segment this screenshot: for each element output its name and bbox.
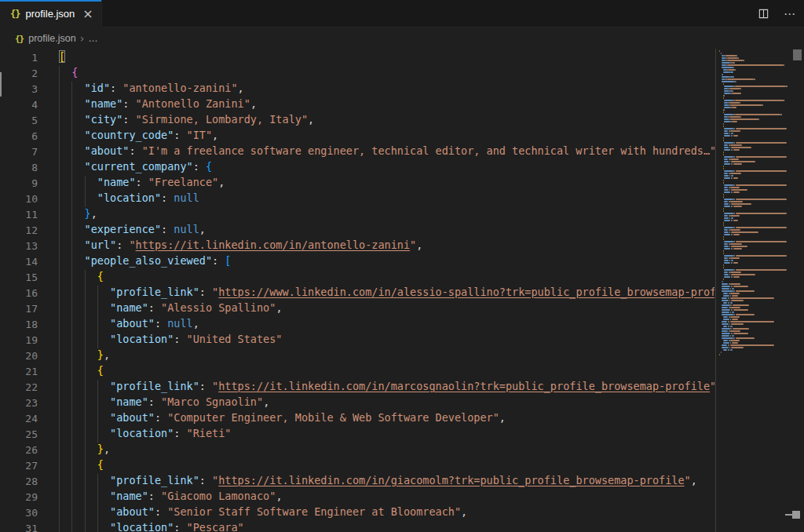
code-line[interactable]: "name": "Antonello Zanini",	[0, 97, 714, 113]
code-line[interactable]: },	[0, 443, 714, 458]
more-actions-icon[interactable]: ⋯	[782, 6, 798, 22]
code-line[interactable]: "location": null	[0, 191, 714, 207]
code-line[interactable]: [	[0, 50, 714, 66]
tab-profile-json[interactable]: {} profile.json ×	[0, 0, 102, 27]
code-line[interactable]: {	[0, 364, 714, 380]
code-line[interactable]: "country_code": "IT",	[0, 129, 714, 144]
vscode-window: {} profile.json × ⋯ {} profile.json › … …	[0, 0, 804, 532]
code-line[interactable]: "current_company": {	[0, 160, 714, 176]
code-line[interactable]: "url": "https://it.linkedin.com/in/anton…	[0, 239, 714, 254]
json-file-icon: {}	[15, 34, 24, 44]
code-area[interactable]: [ { "id": "antonello-zanini", "name": "A…	[0, 50, 714, 532]
left-edge-decoration	[0, 72, 2, 97]
breadcrumb-file[interactable]: profile.json	[28, 33, 75, 44]
breadcrumb-symbol[interactable]: …	[88, 33, 98, 44]
code-line[interactable]: {	[0, 270, 714, 286]
minimap[interactable]	[715, 49, 792, 532]
code-line[interactable]: "location": "Pescara"	[0, 521, 714, 532]
code-editor[interactable]: 1234567891011121314151617181920212223242…	[0, 49, 804, 532]
breadcrumb[interactable]: {} profile.json › …	[0, 28, 98, 49]
code-line[interactable]: "about": null,	[0, 317, 714, 333]
code-line[interactable]: "about": "I'm a freelance software engin…	[0, 144, 714, 160]
code-line[interactable]: {	[0, 458, 714, 474]
code-line[interactable]: "location": "Rieti"	[0, 427, 714, 443]
chevron-right-icon: ›	[80, 34, 85, 43]
scroll-corner-decoration	[792, 511, 800, 519]
editor-actions: ⋯	[755, 0, 798, 27]
code-line[interactable]: "name": "Alessio Spallino",	[0, 301, 714, 317]
code-line[interactable]: "profile_link": "https://it.linkedin.com…	[0, 380, 714, 395]
tab-bar: {} profile.json × ⋯	[0, 0, 804, 27]
scroll-corner-decoration	[785, 514, 792, 516]
vertical-scrollbar[interactable]	[791, 49, 804, 532]
code-line[interactable]: "people_also_viewed": [	[0, 254, 714, 270]
code-line[interactable]: {	[0, 66, 714, 82]
code-line[interactable]: "profile_link": "https://www.linkedin.co…	[0, 286, 714, 301]
code-line[interactable]: "name": "Giacomo Lamonaco",	[0, 490, 714, 505]
code-line[interactable]: "id": "antonello-zanini",	[0, 82, 714, 97]
code-line[interactable]: "location": "United States"	[0, 333, 714, 348]
close-tab-icon[interactable]: ×	[82, 8, 93, 20]
split-editor-icon[interactable]	[755, 6, 771, 22]
code-line[interactable]: "name": "Marco Sgnaolin",	[0, 395, 714, 411]
code-line[interactable]: "about": "Computer Engineer, Mobile & We…	[0, 411, 714, 427]
code-line[interactable]: "experience": null,	[0, 223, 714, 239]
code-line[interactable]: "name": "Freelance",	[0, 176, 714, 191]
code-line[interactable]: },	[0, 207, 714, 223]
code-line[interactable]: "profile_link": "https://it.linkedin.com…	[0, 474, 714, 490]
code-line[interactable]: "city": "Sirmione, Lombardy, Italy",	[0, 113, 714, 129]
json-file-icon: {}	[10, 9, 20, 20]
tab-label: profile.json	[25, 8, 75, 20]
code-line[interactable]: },	[0, 348, 714, 364]
scrollbar-thumb[interactable]	[793, 49, 802, 60]
code-line[interactable]: "about": "Senior Staff Software Engineer…	[0, 505, 714, 521]
